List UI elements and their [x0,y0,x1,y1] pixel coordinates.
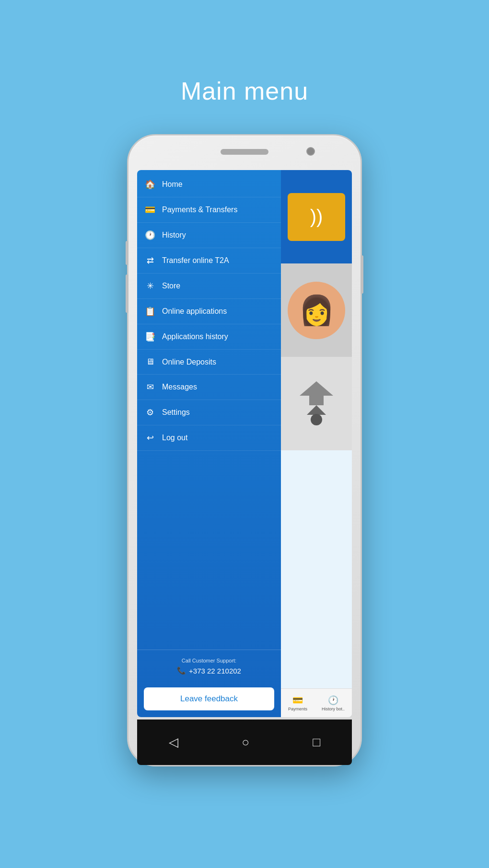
support-label: Call Customer Support: [145,658,273,663]
online-deposits-icon: 🖥 [145,357,155,367]
payments-tab[interactable]: 💳 Payments [288,695,307,711]
apps-history-label: Applications history [162,332,228,341]
phone-navbar: ◁ ○ □ [137,720,352,765]
phone-screen: 🏠Home💳Payments & Transfers🕐History⇄Trans… [137,170,352,717]
menu-item-transfer-t2a[interactable]: ⇄Transfer online T2A [137,248,281,274]
history-tab-label: History bot.. [322,707,345,711]
logout-icon: ↩ [145,433,155,443]
phone-number: +373 22 210202 [189,667,241,675]
bottom-tabs: 💳 Payments 🕐 History bot.. [281,688,352,717]
back-button[interactable]: ◁ [169,735,178,750]
menu-item-history[interactable]: 🕐History [137,223,281,248]
home-icon: 🏠 [145,179,155,190]
right-panel: )) 👩 [281,170,352,717]
screen-content: 🏠Home💳Payments & Transfers🕐History⇄Trans… [137,170,352,717]
payments-icon: 💳 [145,205,155,215]
menu-list: 🏠Home💳Payments & Transfers🕐History⇄Trans… [137,170,281,650]
menu-item-online-deposits[interactable]: 🖥Online Deposits [137,350,281,375]
online-apps-label: Online applications [162,307,227,316]
store-graphic [297,379,336,429]
menu-item-online-apps[interactable]: 📋Online applications [137,299,281,324]
card-bot [281,357,352,450]
menu-item-home[interactable]: 🏠Home [137,172,281,197]
svg-marker-0 [300,381,333,405]
history-tab-icon: 🕐 [328,695,338,706]
store-icon: ✳ [145,281,155,291]
online-deposits-label: Online Deposits [162,358,216,366]
transfer-t2a-icon: ⇄ [145,255,155,266]
payments-tab-icon: 💳 [292,695,303,706]
menu-item-payments[interactable]: 💳Payments & Transfers [137,197,281,223]
home-button[interactable]: ○ [242,735,249,750]
history-label: History [162,231,186,240]
volume-up-button [126,241,128,265]
menu-item-messages[interactable]: ✉Messages [137,375,281,400]
logout-label: Log out [162,434,187,442]
messages-label: Messages [162,383,197,391]
settings-icon: ⚙ [145,407,155,418]
messages-icon: ✉ [145,382,155,392]
support-section: Call Customer Support: 📞 +373 22 210202 [137,650,281,683]
history-icon: 🕐 [145,230,155,240]
contactless-icon: )) [310,206,323,228]
settings-label: Settings [162,408,190,417]
apps-history-icon: 📑 [145,331,155,342]
bank-card: )) [288,193,345,241]
volume-down-button [126,274,128,313]
power-button [361,255,363,294]
person-avatar: 👩 [288,282,345,339]
menu-item-settings[interactable]: ⚙Settings [137,400,281,425]
svg-point-2 [311,414,322,425]
svg-marker-1 [307,405,326,415]
online-apps-icon: 📋 [145,306,155,317]
payments-tab-label: Payments [288,707,307,711]
menu-panel: 🏠Home💳Payments & Transfers🕐History⇄Trans… [137,170,281,717]
payments-label: Payments & Transfers [162,206,237,214]
phone-device: 🏠Home💳Payments & Transfers🕐History⇄Trans… [127,134,362,766]
phone-camera [306,147,315,156]
menu-item-apps-history[interactable]: 📑Applications history [137,324,281,350]
support-phone[interactable]: 📞 +373 22 210202 [145,666,273,675]
home-label: Home [162,180,183,189]
recent-button[interactable]: □ [313,735,320,750]
card-mid: 👩 [281,263,352,357]
leave-feedback-button[interactable]: Leave feedback [144,687,274,710]
menu-item-logout[interactable]: ↩Log out [137,425,281,451]
phone-icon: 📞 [177,666,186,675]
menu-item-store[interactable]: ✳Store [137,274,281,299]
history-tab[interactable]: 🕐 History bot.. [322,695,345,711]
card-top: )) [281,170,352,263]
transfer-t2a-label: Transfer online T2A [162,256,229,265]
phone-speaker [221,149,268,155]
store-label: Store [162,282,180,290]
page-title: Main menu [181,77,308,105]
